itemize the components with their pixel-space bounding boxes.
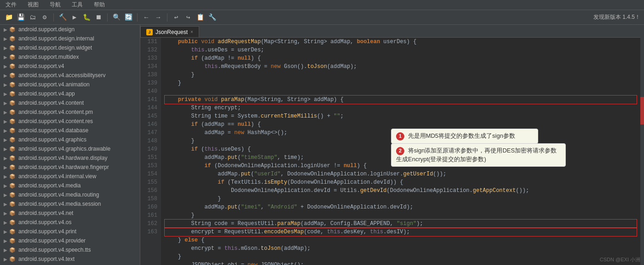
folder-icon: 📦 bbox=[9, 128, 17, 134]
folder-icon: 📦 bbox=[9, 183, 17, 189]
menu-tools[interactable]: 工具 bbox=[70, 0, 85, 10]
sidebar-label-23: android.support.v4.provider bbox=[18, 237, 86, 244]
sidebar-label-4: android.support.v4 bbox=[18, 63, 64, 69]
sidebar-item-24[interactable]: ▶ 📦 android.support.v4.speech.tts bbox=[0, 245, 140, 254]
arrow-icon: ▶ bbox=[4, 82, 9, 87]
sidebar-item-8[interactable]: ▶ 📦 android.support.v4.content bbox=[0, 98, 140, 107]
ln-147: 147 bbox=[144, 129, 157, 137]
folder-icon: 📦 bbox=[9, 63, 17, 69]
sidebar-item-25[interactable]: ▶ 📦 android.support.v4.text bbox=[0, 254, 140, 264]
code-line-151: addMap.put("imei", "Android" + DodonewOn… bbox=[165, 203, 637, 211]
ln-162: 162 bbox=[144, 220, 157, 228]
ln-158: 158 bbox=[144, 195, 157, 203]
arrow-icon: ▶ bbox=[4, 165, 9, 170]
sidebar-label-24: android.support.v4.speech.tts bbox=[18, 247, 91, 253]
arrow-icon: ▶ bbox=[4, 101, 9, 106]
arrow-icon: ▶ bbox=[4, 238, 9, 243]
ln-134: 134 bbox=[144, 62, 157, 71]
sidebar-item-19[interactable]: ▶ 📦 android.support.v4.media.session bbox=[0, 199, 140, 209]
replace-btn[interactable]: 🔄 bbox=[123, 12, 133, 23]
ln-138: 138 bbox=[144, 71, 157, 79]
sep4 bbox=[167, 13, 167, 22]
menu-navigate[interactable]: 导航 bbox=[48, 0, 63, 10]
sidebar-label-17: android.support.v4.media bbox=[18, 182, 80, 189]
code-line-136: } bbox=[165, 79, 637, 87]
menu-file[interactable]: 文件 bbox=[4, 0, 18, 10]
sidebar-item-15[interactable]: ▶ 📦 android.support.v4.hardware.fingerpr bbox=[0, 163, 140, 172]
main-layout: ▶ 📦 android.support.design ▶ 📦 android.s… bbox=[0, 25, 644, 265]
sidebar-item-16[interactable]: ▶ 📦 android.support.v4.internal.view bbox=[0, 172, 140, 181]
sidebar-label-8: android.support.v4.content bbox=[18, 100, 84, 106]
sidebar-item-7[interactable]: ▶ 📦 android.support.v4.app bbox=[0, 89, 140, 98]
arrow-icon: ▶ bbox=[4, 137, 9, 142]
sidebar-label-11: android.support.v4.database bbox=[18, 127, 88, 134]
sidebar-item-20[interactable]: ▶ 📦 android.support.v4.net bbox=[0, 209, 140, 218]
sidebar-item-11[interactable]: ▶ 📦 android.support.v4.database bbox=[0, 126, 140, 135]
folder-icon: 📦 bbox=[9, 82, 17, 88]
toolbar: 📁 💾 🗂 ⚙ 🔨 ▶ 🐛 ⏹ 🔍 🔄 ← → ↩ ↪ 📋 🔧 发现新版本 1.… bbox=[0, 10, 644, 25]
search-btn[interactable]: 🔍 bbox=[111, 12, 121, 23]
code-line-141: if (addMap == null) { bbox=[165, 120, 637, 129]
settings-btn[interactable]: ⚙ bbox=[40, 12, 50, 23]
sidebar-item-22[interactable]: ▶ 📦 android.support.v4.print bbox=[0, 227, 140, 236]
sidebar-item-12[interactable]: ▶ 📦 android.support.v4.graphics bbox=[0, 135, 140, 144]
open-folder-btn[interactable]: 📁 bbox=[4, 12, 14, 23]
arrow-icon: ▶ bbox=[4, 174, 9, 179]
sidebar-label-2: android.support.design.widget bbox=[18, 45, 92, 51]
build-btn[interactable]: 🔨 bbox=[58, 12, 68, 23]
sidebar-item-3[interactable]: ▶ 📦 android.support.multidex bbox=[0, 52, 140, 62]
sidebar-item-6[interactable]: ▶ 📦 android.support.v4.animation bbox=[0, 80, 140, 89]
sidebar-label-25: android.support.v4.text bbox=[18, 256, 75, 262]
sidebar-item-5[interactable]: ▶ 📦 android.support.v4.accessibilityserv bbox=[0, 71, 140, 80]
save-btn[interactable]: 💾 bbox=[16, 12, 26, 23]
menu-view[interactable]: 视图 bbox=[26, 0, 40, 10]
ln-139: 139 bbox=[144, 79, 157, 87]
code-line-150: } bbox=[165, 195, 637, 203]
sep3 bbox=[137, 13, 138, 22]
folder-icon: 📦 bbox=[9, 256, 17, 262]
run-btn[interactable]: ▶ bbox=[69, 12, 80, 23]
sidebar-item-4[interactable]: ▶ 📦 android.support.v4 bbox=[0, 62, 140, 71]
tab-jsonrequest[interactable]: J JsonRequest × bbox=[140, 26, 199, 37]
vcs-btn[interactable]: 📋 bbox=[195, 12, 205, 23]
sidebar-item-1[interactable]: ▶ 📦 android.support.design.internal bbox=[0, 34, 140, 43]
folder-icon: 📦 bbox=[9, 164, 17, 170]
sidebar-item-13[interactable]: ▶ 📦 android.support.v4.graphics.drawable bbox=[0, 144, 140, 153]
ln-156: 156 bbox=[144, 186, 157, 195]
sidebar-item-0[interactable]: ▶ 📦 android.support.design bbox=[0, 25, 140, 34]
nav-back-btn[interactable]: ← bbox=[141, 12, 151, 23]
tab-close-btn[interactable]: × bbox=[190, 29, 193, 34]
ln-132: 132 bbox=[144, 46, 157, 54]
ln-151: 151 bbox=[144, 153, 157, 162]
stop-btn[interactable]: ⏹ bbox=[93, 12, 104, 23]
ln-144: 144 bbox=[144, 104, 157, 112]
sidebar-label-15: android.support.v4.hardware.fingerpr bbox=[18, 164, 109, 170]
sidebar-item-17[interactable]: ▶ 📦 android.support.v4.media bbox=[0, 181, 140, 190]
menu-help[interactable]: 帮助 bbox=[92, 0, 107, 10]
wrench-btn[interactable]: 🔧 bbox=[207, 12, 217, 23]
code-line-155: } else { bbox=[165, 236, 637, 244]
sidebar-item-10[interactable]: ▶ 📦 android.support.v4.content.res bbox=[0, 117, 140, 126]
ln-149: 149 bbox=[144, 145, 157, 153]
sidebar-item-2[interactable]: ▶ 📦 android.support.design.widget bbox=[0, 43, 140, 52]
sidebar-item-18[interactable]: ▶ 📦 android.support.v4.media.routing bbox=[0, 190, 140, 199]
sidebar-item-14[interactable]: ▶ 📦 android.support.v4.hardware.display bbox=[0, 153, 140, 163]
code-line-149: DodonewOnlineApplication.devId = Utils.g… bbox=[165, 186, 637, 195]
folder-icon: 📦 bbox=[9, 220, 17, 226]
scroll-indicator[interactable] bbox=[640, 25, 644, 265]
ln-141: 141 bbox=[144, 96, 157, 104]
bubble-num-2: 2 bbox=[396, 147, 404, 155]
sidebar-item-23[interactable]: ▶ 📦 android.support.v4.provider bbox=[0, 236, 140, 245]
debug-btn[interactable]: 🐛 bbox=[81, 12, 92, 23]
sidebar-label-12: android.support.v4.graphics bbox=[18, 136, 86, 143]
close-btn[interactable]: 🗂 bbox=[28, 12, 38, 23]
nav-forward-btn[interactable]: → bbox=[153, 12, 163, 23]
sidebar-item-21[interactable]: ▶ 📦 android.support.v4.os bbox=[0, 218, 140, 227]
scroll-thumb bbox=[640, 97, 644, 124]
sidebar-item-9[interactable]: ▶ 📦 android.support.v4.content.pm bbox=[0, 107, 140, 117]
update-notice[interactable]: 发现新版本 1.4.5！ bbox=[593, 13, 640, 21]
redo-btn[interactable]: ↪ bbox=[183, 12, 193, 23]
code-editor[interactable]: 131 132 133 134 138 139 140 141 144 145 bbox=[140, 38, 640, 265]
undo-btn[interactable]: ↩ bbox=[171, 12, 181, 23]
arrow-icon: ▶ bbox=[4, 64, 9, 69]
